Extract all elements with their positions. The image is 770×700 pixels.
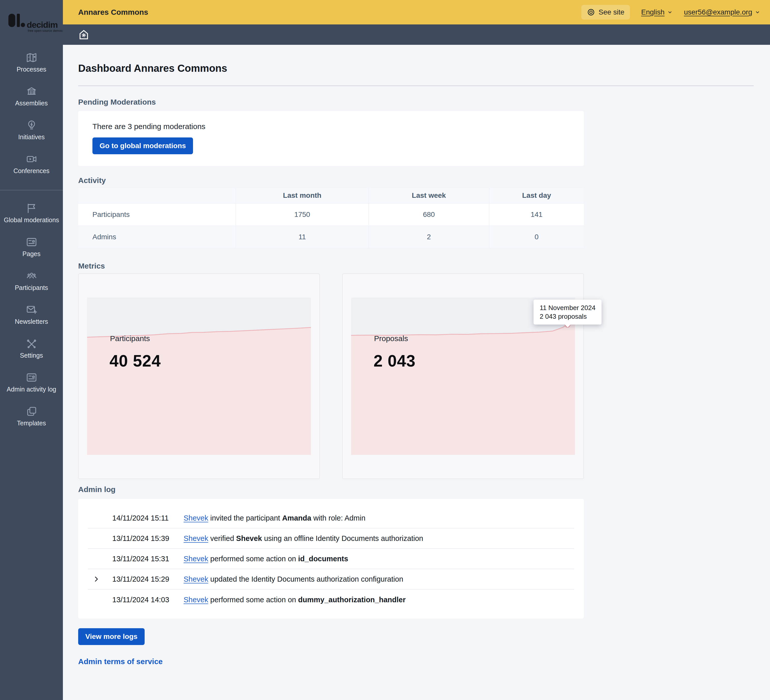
sidebar-item-label: Newsletters: [14, 318, 49, 325]
chevron-right-icon: [93, 576, 100, 583]
topbar: Annares Commons See site English user56@…: [63, 0, 770, 24]
log-bold-target: id_documents: [298, 555, 348, 563]
log-message: Shevek verified Shevek using an offline …: [184, 534, 574, 543]
breadcrumb-bar: [63, 24, 770, 45]
metric-label: Proposals: [374, 334, 408, 343]
sidebar-item-label: Global moderations: [3, 217, 60, 223]
metric-chart-participants: Participants 40 524: [87, 297, 311, 455]
metric-value: 40 524: [110, 351, 161, 370]
metric-card-participants: Participants 40 524: [78, 273, 320, 479]
log-timestamp: 13/11/2024 15:29: [112, 575, 176, 584]
sidebar-item-settings[interactable]: Settings: [0, 331, 63, 365]
chevron-down-icon: [667, 10, 673, 15]
row-value: 0: [489, 226, 584, 248]
log-text: updated the Identity Documents authoriza…: [210, 575, 403, 583]
metrics-section: Metrics Participants 40 524 Proposals 2 …: [78, 262, 754, 479]
user-menu[interactable]: user56@example.org: [684, 8, 760, 16]
go-to-global-moderations-button[interactable]: Go to global moderations: [92, 137, 193, 154]
sidebar-item-admin-activity-log[interactable]: Admin activity log: [0, 365, 63, 399]
chart-tooltip: 11 November 2024 2 043 proposals: [534, 300, 602, 325]
flag-icon: [26, 202, 37, 214]
page-title: Dashboard Annares Commons: [78, 61, 754, 75]
tools-icon: [26, 338, 37, 349]
activity-table-header: Last monthLast weekLast day: [78, 188, 584, 204]
admin-terms-link[interactable]: Admin terms of service: [78, 657, 163, 666]
log-actor-link[interactable]: Shevek: [184, 575, 208, 583]
admin-log-heading: Admin log: [78, 485, 754, 494]
video-icon: [26, 153, 37, 165]
log-bold-target: Amanda: [282, 514, 311, 522]
log-bold-target: Shevek: [236, 534, 262, 542]
lightbulb-icon: [26, 120, 37, 131]
expand-log-entry-button[interactable]: [88, 576, 105, 583]
log-text: performed some action on: [210, 555, 298, 563]
sidebar-item-conferences[interactable]: Conferences: [0, 147, 63, 181]
row-value: 680: [369, 204, 489, 226]
pending-moderations-message: There are 3 pending moderations: [92, 122, 569, 131]
sidebar: decidim free open-source democracy Proce…: [0, 0, 63, 700]
see-site-label: See site: [599, 8, 624, 16]
language-label: English: [641, 8, 665, 16]
row-label: Participants: [78, 204, 236, 226]
sidebar-item-processes[interactable]: Processes: [0, 45, 63, 79]
log-actor-link[interactable]: Shevek: [184, 555, 208, 563]
app-window: decidim free open-source democracy Proce…: [0, 0, 770, 700]
log-bold-target: dummy_authorization_handler: [298, 596, 406, 604]
sidebar-group-2: Global moderationsPagesParticipantsNewsl…: [0, 190, 63, 433]
log-text-suffix: using an offline Identity Documents auth…: [262, 534, 423, 542]
bank-icon: [26, 86, 37, 97]
decidim-logo: decidim free open-source democracy: [0, 0, 63, 38]
log-actor-link[interactable]: Shevek: [184, 534, 208, 542]
log-timestamp: 13/11/2024 15:39: [112, 534, 176, 543]
sidebar-item-label: Assemblies: [14, 100, 49, 107]
card-icon: [26, 236, 37, 248]
activity-row-participants: Participants1750680141: [78, 204, 584, 226]
log-timestamp: 13/11/2024 15:31: [112, 555, 176, 563]
mail-plus-icon: [26, 304, 37, 316]
copy-icon: [26, 406, 37, 417]
tooltip-value: 2 043 proposals: [540, 312, 595, 321]
activity-heading: Activity: [78, 176, 754, 185]
card-icon: [26, 372, 37, 383]
video-icon: [26, 153, 37, 165]
metric-value: 2 043: [374, 351, 416, 370]
sidebar-item-participants[interactable]: Participants: [0, 264, 63, 297]
log-text: verified: [210, 534, 236, 542]
language-selector[interactable]: English: [641, 8, 673, 16]
metric-card-proposals: Proposals 2 043 11 November 2024 2 043 p…: [342, 273, 584, 479]
sidebar-item-pages[interactable]: Pages: [0, 230, 63, 264]
target-circle-icon: [587, 8, 595, 16]
copy-icon: [26, 406, 37, 417]
card-icon: [26, 372, 37, 383]
sidebar-item-label: Participants: [14, 285, 49, 291]
sidebar-item-assemblies[interactable]: Assemblies: [0, 79, 63, 113]
header-cell: Last day: [489, 188, 584, 203]
admin-log-row: 13/11/2024 15:29Shevek updated the Ident…: [88, 569, 574, 590]
people-icon: [26, 270, 37, 282]
pending-moderations-heading: Pending Moderations: [78, 98, 754, 107]
sidebar-item-newsletters[interactable]: Newsletters: [0, 297, 63, 331]
metric-chart-proposals: Proposals 2 043 11 November 2024 2 043 p…: [351, 297, 575, 455]
sidebar-item-initiatives[interactable]: Initiatives: [0, 113, 63, 147]
sidebar-item-templates[interactable]: Templates: [0, 399, 63, 433]
row-value: 2: [369, 226, 489, 248]
main-content: Dashboard Annares Commons Pending Modera…: [63, 45, 770, 700]
view-more-logs-button[interactable]: View more logs: [78, 628, 145, 645]
log-actor-link[interactable]: Shevek: [184, 596, 208, 604]
sidebar-item-label: Templates: [16, 420, 47, 427]
mail-plus-icon: [26, 304, 37, 316]
tools-icon: [26, 338, 37, 349]
sidebar-item-global-moderations[interactable]: Global moderations: [0, 196, 63, 230]
logo-text: decidim: [27, 21, 58, 29]
home-button[interactable]: [78, 29, 89, 40]
sidebar-item-label: Admin activity log: [6, 386, 57, 393]
see-site-button[interactable]: See site: [581, 5, 630, 19]
admin-log-row: 13/11/2024 14:03Shevek performed some ac…: [88, 590, 574, 610]
row-value: 1750: [236, 204, 369, 226]
log-message: Shevek performed some action on dummy_au…: [184, 596, 574, 604]
log-actor-link[interactable]: Shevek: [184, 514, 208, 522]
row-value: 11: [236, 226, 369, 248]
activity-row-admins: Admins1120: [78, 226, 584, 249]
bank-icon: [26, 86, 37, 97]
admin-log-card: 14/11/2024 15:11Shevek invited the parti…: [78, 499, 584, 619]
